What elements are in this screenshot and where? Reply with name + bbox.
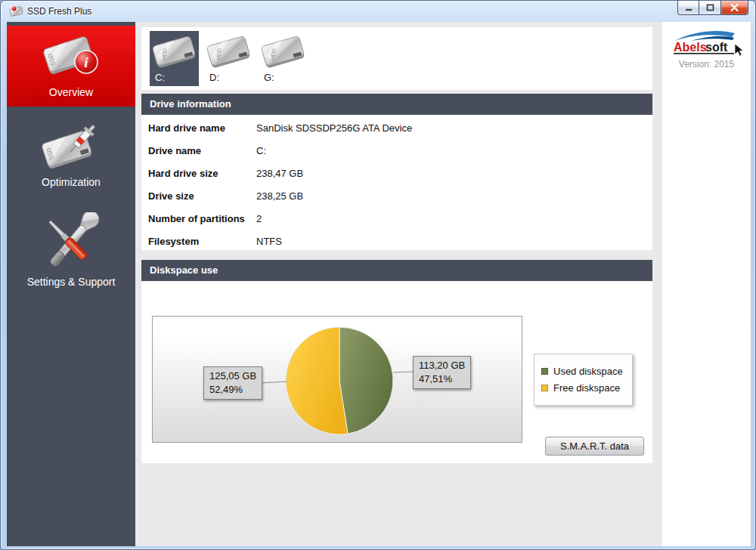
maximize-button[interactable] bbox=[699, 1, 721, 15]
drive-tile-label: C: bbox=[155, 72, 165, 83]
logo-text-soft: soft bbox=[705, 41, 728, 54]
ssd-optimize-icon: SSD bbox=[39, 123, 103, 173]
info-value: 238,47 GB bbox=[256, 168, 303, 179]
app-window: SSD Fresh Plus bbox=[0, 0, 756, 550]
window-title: SSD Fresh Plus bbox=[27, 6, 91, 17]
legend-item-free: Free diskspace bbox=[541, 382, 632, 394]
pie-slice-free-diskspace bbox=[286, 327, 348, 434]
info-row: Hard drive name SanDisk SDSSDP256G ATA D… bbox=[141, 122, 652, 138]
legend-label-free: Free diskspace bbox=[553, 382, 620, 394]
app-icon bbox=[9, 5, 23, 17]
info-row: Drive name C: bbox=[141, 145, 652, 160]
diskspace-use-header: Diskspace use bbox=[141, 260, 652, 281]
minimize-icon bbox=[685, 5, 692, 11]
drive-information-header: Drive information bbox=[141, 94, 652, 115]
ssd-info-icon: SSD i bbox=[39, 30, 103, 83]
leader-line-used bbox=[393, 372, 414, 372]
info-value: NTFS bbox=[256, 236, 282, 247]
drive-tile-label: D: bbox=[209, 72, 219, 83]
legend-label-used: Used diskspace bbox=[553, 366, 623, 377]
logo-text-abels: Abels bbox=[674, 41, 707, 54]
drive-icon: HDD bbox=[151, 33, 197, 73]
info-value: SanDisk SDSSDP256G ATA Device bbox=[256, 122, 412, 134]
info-value: C: bbox=[256, 145, 266, 156]
diskspace-use-body: 125,05 GB 52,49% 113,20 GB 47,51% Used d… bbox=[141, 281, 652, 463]
minimize-button[interactable] bbox=[677, 1, 699, 15]
sidebar-item-settings-support[interactable]: Settings & Support bbox=[7, 199, 135, 297]
info-label: Drive size bbox=[148, 190, 194, 202]
info-row: Number of partitions 2 bbox=[141, 213, 652, 228]
sidebar-item-optimization[interactable]: SSD Optimization bbox=[7, 107, 135, 199]
info-value: 238,25 GB bbox=[256, 190, 303, 202]
info-label: Drive name bbox=[148, 145, 201, 156]
chart-legend: Used diskspace Free diskspace bbox=[534, 354, 633, 406]
cursor-icon bbox=[735, 44, 743, 56]
info-label: Filesystem bbox=[148, 236, 199, 247]
info-label: Hard drive size bbox=[148, 168, 218, 179]
drive-information-body: Hard drive name SanDisk SDSSDP256G ATA D… bbox=[141, 115, 652, 250]
sidebar-item-label: Optimization bbox=[7, 176, 135, 188]
drive-icon: HDD bbox=[206, 33, 252, 73]
info-value: 2 bbox=[256, 213, 262, 224]
sidebar-item-overview[interactable]: SSD i Overview bbox=[7, 26, 135, 107]
pie-slice-used-diskspace bbox=[339, 327, 393, 434]
info-row: Filesystem NTFS bbox=[141, 236, 652, 251]
maximize-icon bbox=[706, 4, 714, 11]
pie-label-free-gb: 125,05 GB bbox=[209, 369, 256, 383]
info-label: Number of partitions bbox=[148, 213, 245, 224]
smart-data-button[interactable]: S.M.A.R.T. data bbox=[545, 437, 644, 456]
info-row: Drive size 238,25 GB bbox=[141, 190, 652, 205]
svg-text:i: i bbox=[84, 54, 88, 70]
legend-item-used: Used diskspace bbox=[541, 366, 632, 377]
used-diskspace-swatch bbox=[541, 368, 548, 375]
diskspace-pie-chart: 125,05 GB 52,49% 113,20 GB 47,51% bbox=[152, 316, 522, 443]
sidebar-item-label: Overview bbox=[7, 86, 135, 98]
main-content: HDD C: HDD D: bbox=[135, 22, 662, 546]
leader-line-free bbox=[260, 382, 287, 383]
close-icon bbox=[730, 4, 739, 11]
titlebar: SSD Fresh Plus bbox=[1, 1, 755, 22]
drive-tile-c[interactable]: HDD C: bbox=[150, 31, 199, 86]
drive-tile-d[interactable]: HDD D: bbox=[204, 31, 253, 86]
info-label: Hard drive name bbox=[148, 122, 225, 134]
pie-label-used-gb: 113,20 GB bbox=[419, 359, 465, 372]
app-body: SSD i Overview SSD bbox=[7, 22, 751, 546]
sidebar: SSD i Overview SSD bbox=[7, 22, 135, 546]
pie-label-used-percent: 47,51% bbox=[419, 372, 465, 386]
version-label: Version: 2015 bbox=[662, 59, 751, 70]
info-row: Hard drive size 238,47 GB bbox=[141, 168, 652, 183]
drive-tile-g[interactable]: HDD G: bbox=[259, 31, 308, 86]
drive-tile-label: G: bbox=[264, 72, 274, 83]
drive-selector: HDD C: HDD D: bbox=[141, 27, 652, 90]
pie-label-free-percent: 52,49% bbox=[209, 383, 256, 397]
tools-icon bbox=[37, 212, 105, 273]
window-controls bbox=[677, 1, 748, 15]
pie-label-used: 113,20 GB 47,51% bbox=[413, 356, 471, 389]
pie-label-free: 125,05 GB 52,49% bbox=[203, 366, 262, 400]
drive-icon: HDD bbox=[260, 33, 306, 73]
abelssoft-logo: Abels soft bbox=[668, 28, 745, 58]
sidebar-item-label: Settings & Support bbox=[7, 276, 135, 288]
free-diskspace-swatch bbox=[541, 385, 548, 391]
close-button[interactable] bbox=[721, 1, 748, 15]
branding-panel: Abels soft Version: 2015 bbox=[662, 22, 751, 546]
